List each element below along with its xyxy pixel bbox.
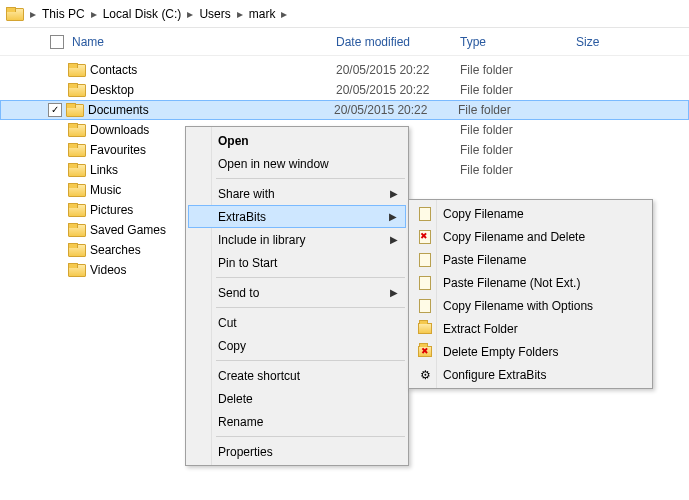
chevron-right-icon: ▸ xyxy=(185,7,195,21)
menu-extract-folder[interactable]: Extract Folder xyxy=(411,317,650,340)
file-name: Contacts xyxy=(90,63,336,77)
menu-label: Paste Filename (Not Ext.) xyxy=(443,276,580,290)
crumb-local-disk[interactable]: Local Disk (C:) xyxy=(99,5,186,23)
crumb-mark[interactable]: mark xyxy=(245,5,280,23)
menu-open-new-window[interactable]: Open in new window xyxy=(188,152,406,175)
menu-include-in-library[interactable]: Include in library▶ xyxy=(188,228,406,251)
file-date: 20/05/2015 20:22 xyxy=(334,103,458,117)
chevron-right-icon: ▸ xyxy=(28,7,38,21)
menu-extrabits[interactable]: ExtraBits▶ xyxy=(188,205,406,228)
menu-label: Paste Filename xyxy=(443,253,526,267)
table-row[interactable]: Contacts20/05/2015 20:22File folder xyxy=(0,60,689,80)
row-checkbox[interactable] xyxy=(48,103,62,117)
file-type: File folder xyxy=(458,103,574,117)
folder-icon xyxy=(68,203,84,217)
menu-send-to[interactable]: Send to▶ xyxy=(188,281,406,304)
menu-separator xyxy=(216,436,405,437)
file-date: 20/05/2015 20:22 xyxy=(336,63,460,77)
menu-properties[interactable]: Properties xyxy=(188,440,406,463)
file-name: Documents xyxy=(88,103,334,117)
folder-icon xyxy=(68,83,84,97)
menu-label: Copy Filename and Delete xyxy=(443,230,585,244)
folder-icon xyxy=(68,243,84,257)
menu-delete-empty-folders[interactable]: Delete Empty Folders xyxy=(411,340,650,363)
menu-separator xyxy=(216,277,405,278)
menu-copy-filename[interactable]: Copy Filename xyxy=(411,202,650,225)
menu-label: ExtraBits xyxy=(218,210,266,224)
table-row[interactable]: Desktop20/05/2015 20:22File folder xyxy=(0,80,689,100)
gear-icon xyxy=(417,367,433,383)
menu-copy[interactable]: Copy xyxy=(188,334,406,357)
document-icon xyxy=(417,298,433,314)
menu-label: Copy Filename xyxy=(443,207,524,221)
menu-separator xyxy=(216,360,405,361)
menu-label: Share with xyxy=(218,187,275,201)
select-all-checkbox[interactable] xyxy=(50,35,64,49)
folder-icon xyxy=(68,63,84,77)
table-row[interactable]: Documents20/05/2015 20:22File folder xyxy=(0,100,689,120)
file-type: File folder xyxy=(460,83,576,97)
menu-pin-to-start[interactable]: Pin to Start xyxy=(188,251,406,274)
menu-label: Copy Filename with Options xyxy=(443,299,593,313)
folder-icon xyxy=(68,183,84,197)
menu-configure-extrabits[interactable]: Configure ExtraBits xyxy=(411,363,650,386)
document-icon xyxy=(417,275,433,291)
crumb-this-pc[interactable]: This PC xyxy=(38,5,89,23)
submenu-arrow-icon: ▶ xyxy=(390,287,398,298)
folder-icon xyxy=(68,163,84,177)
folder-delete-icon xyxy=(417,344,433,360)
folder-icon xyxy=(6,7,22,21)
document-delete-icon xyxy=(417,229,433,245)
menu-paste-filename-no-ext[interactable]: Paste Filename (Not Ext.) xyxy=(411,271,650,294)
menu-rename[interactable]: Rename xyxy=(188,410,406,433)
folder-icon xyxy=(68,143,84,157)
file-type: File folder xyxy=(460,163,576,177)
menu-paste-filename[interactable]: Paste Filename xyxy=(411,248,650,271)
folder-icon xyxy=(68,263,84,277)
menu-separator xyxy=(216,307,405,308)
menu-label: Extract Folder xyxy=(443,322,518,336)
menu-copy-filename-delete[interactable]: Copy Filename and Delete xyxy=(411,225,650,248)
document-icon xyxy=(417,252,433,268)
chevron-right-icon: ▸ xyxy=(279,7,289,21)
menu-cut[interactable]: Cut xyxy=(188,311,406,334)
context-menu: Open Open in new window Share with▶ Extr… xyxy=(185,126,409,466)
extrabits-submenu: Copy Filename Copy Filename and Delete P… xyxy=(408,199,653,389)
menu-copy-filename-options[interactable]: Copy Filename with Options xyxy=(411,294,650,317)
menu-create-shortcut[interactable]: Create shortcut xyxy=(188,364,406,387)
menu-label: Send to xyxy=(218,286,259,300)
document-icon xyxy=(417,206,433,222)
menu-share-with[interactable]: Share with▶ xyxy=(188,182,406,205)
file-type: File folder xyxy=(460,123,576,137)
folder-icon xyxy=(66,103,82,117)
menu-open[interactable]: Open xyxy=(188,129,406,152)
menu-separator xyxy=(216,178,405,179)
crumb-users[interactable]: Users xyxy=(195,5,234,23)
chevron-right-icon: ▸ xyxy=(89,7,99,21)
submenu-arrow-icon: ▶ xyxy=(390,188,398,199)
menu-label: Include in library xyxy=(218,233,305,247)
folder-icon xyxy=(68,123,84,137)
header-type[interactable]: Type xyxy=(460,35,576,49)
breadcrumb[interactable]: ▸ This PC ▸ Local Disk (C:) ▸ Users ▸ ma… xyxy=(0,0,689,28)
menu-label: Delete Empty Folders xyxy=(443,345,558,359)
column-headers: Name Date modified Type Size xyxy=(0,28,689,56)
submenu-arrow-icon: ▶ xyxy=(390,234,398,245)
header-size[interactable]: Size xyxy=(576,35,636,49)
menu-delete[interactable]: Delete xyxy=(188,387,406,410)
chevron-right-icon: ▸ xyxy=(235,7,245,21)
folder-icon xyxy=(68,223,84,237)
file-date: 20/05/2015 20:22 xyxy=(336,83,460,97)
submenu-arrow-icon: ▶ xyxy=(389,211,397,222)
header-date[interactable]: Date modified xyxy=(336,35,460,49)
menu-label: Configure ExtraBits xyxy=(443,368,546,382)
header-name[interactable]: Name xyxy=(72,35,336,49)
file-name: Desktop xyxy=(90,83,336,97)
folder-icon xyxy=(417,321,433,337)
file-type: File folder xyxy=(460,63,576,77)
file-type: File folder xyxy=(460,143,576,157)
